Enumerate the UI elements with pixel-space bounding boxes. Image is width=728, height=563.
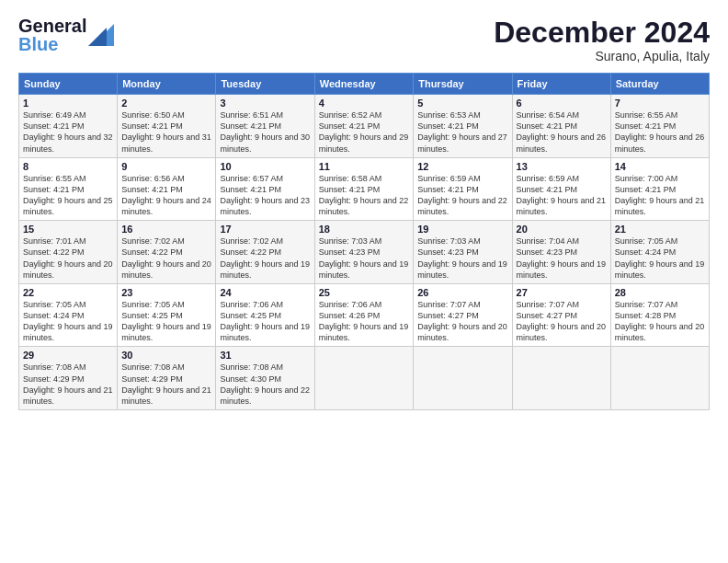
col-thursday: Thursday — [414, 74, 512, 95]
calendar-cell: 9Sunrise: 6:56 AMSunset: 4:21 PMDaylight… — [118, 157, 216, 221]
calendar-cell: 30Sunrise: 7:08 AMSunset: 4:29 PMDayligh… — [118, 347, 216, 410]
logo: General Blue — [18, 17, 114, 53]
calendar-cell — [314, 347, 414, 410]
day-number: 7 — [615, 98, 705, 109]
col-tuesday: Tuesday — [216, 74, 314, 95]
day-number: 14 — [615, 161, 705, 172]
calendar-cell: 18Sunrise: 7:03 AMSunset: 4:23 PMDayligh… — [314, 221, 414, 284]
calendar-table: Sunday Monday Tuesday Wednesday Thursday… — [18, 73, 710, 410]
day-info: Sunrise: 6:53 AMSunset: 4:21 PMDaylight:… — [417, 109, 507, 155]
logo-blue: Blue — [18, 35, 86, 53]
day-info: Sunrise: 7:06 AMSunset: 4:26 PMDaylight:… — [319, 299, 410, 344]
day-number: 23 — [121, 287, 211, 298]
calendar-cell: 2Sunrise: 6:50 AMSunset: 4:21 PMDaylight… — [118, 95, 216, 158]
page: General Blue December 2024 Surano, Apuli… — [0, 0, 728, 563]
calendar-cell: 17Sunrise: 7:02 AMSunset: 4:22 PMDayligh… — [216, 221, 314, 284]
day-info: Sunrise: 7:00 AMSunset: 4:21 PMDaylight:… — [615, 173, 705, 218]
day-number: 26 — [417, 287, 507, 298]
header: General Blue December 2024 Surano, Apuli… — [18, 17, 710, 63]
day-info: Sunrise: 6:50 AMSunset: 4:21 PMDaylight:… — [121, 109, 211, 155]
day-number: 1 — [23, 98, 113, 109]
day-number: 29 — [23, 350, 113, 361]
day-number: 24 — [220, 287, 310, 298]
calendar-cell — [512, 347, 610, 410]
calendar-cell: 12Sunrise: 6:59 AMSunset: 4:21 PMDayligh… — [414, 157, 512, 221]
day-number: 31 — [220, 350, 310, 361]
day-number: 16 — [121, 224, 211, 235]
col-monday: Monday — [118, 74, 216, 95]
calendar-cell: 14Sunrise: 7:00 AMSunset: 4:21 PMDayligh… — [610, 157, 709, 221]
day-number: 6 — [517, 98, 607, 109]
calendar-cell: 31Sunrise: 7:08 AMSunset: 4:30 PMDayligh… — [216, 347, 314, 410]
calendar-cell: 20Sunrise: 7:04 AMSunset: 4:23 PMDayligh… — [512, 221, 610, 284]
calendar-cell: 5Sunrise: 6:53 AMSunset: 4:21 PMDaylight… — [414, 95, 512, 158]
calendar-cell: 15Sunrise: 7:01 AMSunset: 4:22 PMDayligh… — [19, 221, 118, 284]
day-number: 13 — [517, 161, 607, 172]
day-number: 25 — [319, 287, 410, 298]
day-number: 19 — [417, 224, 507, 235]
day-number: 10 — [220, 161, 310, 172]
calendar-cell: 4Sunrise: 6:52 AMSunset: 4:21 PMDaylight… — [314, 95, 414, 158]
calendar-cell: 7Sunrise: 6:55 AMSunset: 4:21 PMDaylight… — [610, 95, 709, 158]
calendar-cell: 10Sunrise: 6:57 AMSunset: 4:21 PMDayligh… — [216, 157, 314, 221]
day-info: Sunrise: 7:05 AMSunset: 4:25 PMDaylight:… — [121, 299, 211, 344]
day-info: Sunrise: 6:55 AMSunset: 4:21 PMDaylight:… — [23, 173, 113, 218]
calendar-cell: 25Sunrise: 7:06 AMSunset: 4:26 PMDayligh… — [314, 283, 414, 347]
day-info: Sunrise: 6:52 AMSunset: 4:21 PMDaylight:… — [319, 109, 410, 155]
logo-icon — [88, 20, 114, 50]
calendar-cell: 26Sunrise: 7:07 AMSunset: 4:27 PMDayligh… — [414, 283, 512, 347]
calendar-cell: 29Sunrise: 7:08 AMSunset: 4:29 PMDayligh… — [19, 347, 118, 410]
day-info: Sunrise: 6:59 AMSunset: 4:21 PMDaylight:… — [417, 173, 507, 218]
calendar-cell: 11Sunrise: 6:58 AMSunset: 4:21 PMDayligh… — [314, 157, 414, 221]
day-info: Sunrise: 7:08 AMSunset: 4:29 PMDaylight:… — [121, 362, 211, 407]
day-number: 27 — [517, 287, 607, 298]
col-wednesday: Wednesday — [314, 74, 414, 95]
calendar-cell: 6Sunrise: 6:54 AMSunset: 4:21 PMDaylight… — [512, 95, 610, 158]
day-number: 17 — [220, 224, 310, 235]
calendar-cell: 19Sunrise: 7:03 AMSunset: 4:23 PMDayligh… — [414, 221, 512, 284]
day-info: Sunrise: 6:57 AMSunset: 4:21 PMDaylight:… — [220, 173, 310, 218]
day-info: Sunrise: 7:05 AMSunset: 4:24 PMDaylight:… — [615, 236, 705, 281]
day-info: Sunrise: 6:55 AMSunset: 4:21 PMDaylight:… — [615, 109, 705, 155]
calendar-cell: 1Sunrise: 6:49 AMSunset: 4:21 PMDaylight… — [19, 95, 118, 158]
day-number: 4 — [319, 98, 410, 109]
logo-general: General — [18, 17, 86, 35]
calendar-cell: 22Sunrise: 7:05 AMSunset: 4:24 PMDayligh… — [19, 283, 118, 347]
day-info: Sunrise: 7:07 AMSunset: 4:27 PMDaylight:… — [417, 299, 507, 344]
calendar-cell: 16Sunrise: 7:02 AMSunset: 4:22 PMDayligh… — [118, 221, 216, 284]
day-info: Sunrise: 6:51 AMSunset: 4:21 PMDaylight:… — [220, 109, 310, 155]
calendar-cell: 13Sunrise: 6:59 AMSunset: 4:21 PMDayligh… — [512, 157, 610, 221]
day-info: Sunrise: 7:05 AMSunset: 4:24 PMDaylight:… — [23, 299, 113, 344]
day-info: Sunrise: 6:58 AMSunset: 4:21 PMDaylight:… — [319, 173, 410, 218]
day-number: 21 — [615, 224, 705, 235]
day-info: Sunrise: 7:08 AMSunset: 4:29 PMDaylight:… — [23, 362, 113, 407]
calendar-cell — [610, 347, 709, 410]
col-friday: Friday — [512, 74, 610, 95]
day-number: 12 — [417, 161, 507, 172]
col-saturday: Saturday — [610, 74, 709, 95]
calendar-cell: 28Sunrise: 7:07 AMSunset: 4:28 PMDayligh… — [610, 283, 709, 347]
svg-marker-1 — [88, 28, 107, 46]
day-info: Sunrise: 7:08 AMSunset: 4:30 PMDaylight:… — [220, 362, 310, 407]
title-block: December 2024 Surano, Apulia, Italy — [494, 17, 710, 63]
day-info: Sunrise: 7:04 AMSunset: 4:23 PMDaylight:… — [517, 236, 607, 281]
day-number: 11 — [319, 161, 410, 172]
day-info: Sunrise: 6:59 AMSunset: 4:21 PMDaylight:… — [517, 173, 607, 218]
day-info: Sunrise: 7:03 AMSunset: 4:23 PMDaylight:… — [319, 236, 410, 281]
col-sunday: Sunday — [19, 74, 118, 95]
day-info: Sunrise: 6:54 AMSunset: 4:21 PMDaylight:… — [517, 109, 607, 155]
day-number: 2 — [121, 98, 211, 109]
day-number: 9 — [121, 161, 211, 172]
day-info: Sunrise: 7:02 AMSunset: 4:22 PMDaylight:… — [121, 236, 211, 281]
day-number: 18 — [319, 224, 410, 235]
calendar-cell: 23Sunrise: 7:05 AMSunset: 4:25 PMDayligh… — [118, 283, 216, 347]
calendar-cell: 8Sunrise: 6:55 AMSunset: 4:21 PMDaylight… — [19, 157, 118, 221]
calendar-cell: 3Sunrise: 6:51 AMSunset: 4:21 PMDaylight… — [216, 95, 314, 158]
day-info: Sunrise: 6:49 AMSunset: 4:21 PMDaylight:… — [23, 109, 113, 155]
month-title: December 2024 — [494, 17, 710, 49]
calendar-cell: 27Sunrise: 7:07 AMSunset: 4:27 PMDayligh… — [512, 283, 610, 347]
day-number: 8 — [23, 161, 113, 172]
day-info: Sunrise: 7:07 AMSunset: 4:28 PMDaylight:… — [615, 299, 705, 344]
calendar-cell — [414, 347, 512, 410]
day-number: 3 — [220, 98, 310, 109]
